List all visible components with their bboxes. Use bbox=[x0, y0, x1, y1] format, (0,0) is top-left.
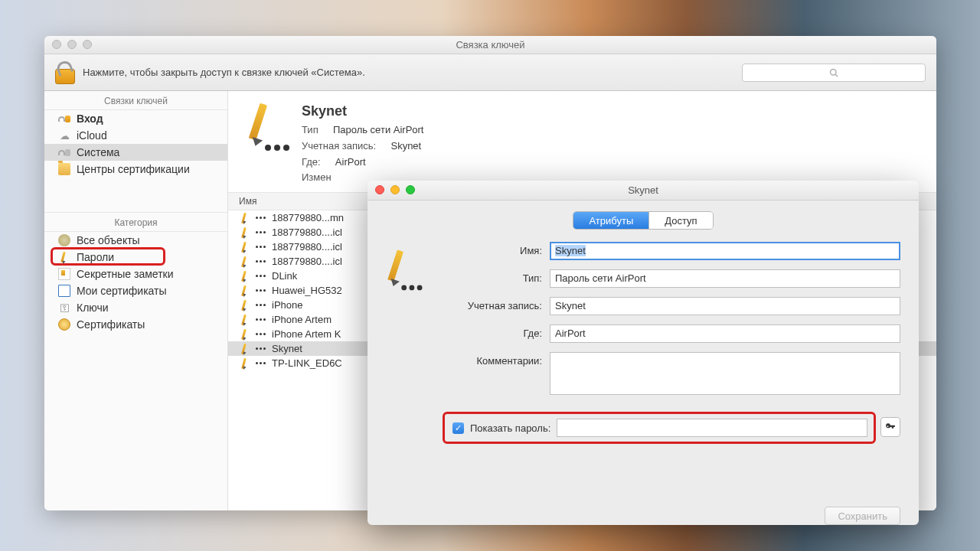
cloud-icon: ☁ bbox=[58, 129, 70, 142]
sidebar-item-label: Центры сертификации bbox=[77, 163, 190, 175]
lock-icon bbox=[58, 146, 70, 158]
key-icon: ⚿ bbox=[58, 302, 70, 314]
main-titlebar: Связка ключей bbox=[44, 36, 936, 54]
dialog-title: Skynet bbox=[628, 184, 658, 196]
sphere-icon bbox=[58, 234, 70, 246]
list-item-label: Huawei_HG532 bbox=[272, 285, 342, 296]
sidebar-category-Сертификаты[interactable]: Сертификаты bbox=[44, 316, 227, 333]
show-password-row: ✓ Показать пароль: bbox=[443, 412, 876, 444]
search-icon bbox=[829, 68, 838, 77]
item-properties-dialog: Skynet Атрибуты Доступ Имя: Skynet Тип: … bbox=[368, 181, 919, 525]
dialog-traffic-lights[interactable] bbox=[375, 185, 415, 194]
sidebar-category-Мои сертификаты[interactable]: Мои сертификаты bbox=[44, 282, 227, 299]
unlock-keychain-icon[interactable] bbox=[55, 61, 75, 84]
keychains-header: Связки ключей bbox=[44, 91, 227, 110]
pencil-icon bbox=[239, 344, 250, 354]
search-input[interactable] bbox=[742, 64, 926, 82]
item-detail-header: Skynet Тип Пароль сети AirPort Учетная з… bbox=[228, 91, 936, 193]
attributes-form: Имя: Skynet Тип: Пароль сети AirPort Уче… bbox=[443, 242, 900, 504]
name-field[interactable]: Skynet bbox=[550, 242, 900, 260]
pencil-icon bbox=[239, 213, 250, 223]
sidebar-category-Пароли[interactable]: Пароли bbox=[44, 249, 227, 266]
list-item-label: DLink bbox=[272, 270, 297, 282]
comments-field[interactable] bbox=[550, 352, 900, 395]
pencil-icon bbox=[239, 227, 250, 238]
sidebar-item-label: Пароли bbox=[77, 251, 114, 263]
close-dot[interactable] bbox=[52, 40, 61, 49]
sidebar-item-label: Все объекты bbox=[77, 234, 140, 246]
list-item-label: TP-LINK_ED6C bbox=[272, 357, 342, 369]
pencil-icon bbox=[239, 315, 250, 325]
svg-point-0 bbox=[831, 69, 837, 75]
zoom-icon[interactable] bbox=[406, 185, 415, 194]
sidebar-item-label: Мои сертификаты bbox=[77, 285, 167, 297]
sidebar-spacer bbox=[44, 178, 227, 213]
sidebar-item-label: Секретные заметки bbox=[77, 268, 174, 280]
item-name: Skynet bbox=[302, 103, 423, 119]
sidebar-keychain-cert-centers[interactable]: Центры сертификации bbox=[44, 161, 227, 178]
account-field[interactable]: Skynet bbox=[550, 297, 900, 315]
sidebar-keychain-login[interactable]: Вход bbox=[44, 110, 227, 127]
where-field[interactable]: AirPort bbox=[550, 324, 900, 343]
show-password-label: Показать пароль: bbox=[470, 422, 550, 434]
list-item-label: Skynet bbox=[272, 343, 302, 354]
pencil-icon bbox=[239, 256, 250, 267]
sidebar-category-Все объекты[interactable]: Все объекты bbox=[44, 232, 227, 249]
list-item-label: 188779880....icl bbox=[272, 241, 342, 253]
password-item-icon bbox=[245, 103, 288, 151]
sidebar-item-label: Ключи bbox=[77, 302, 109, 314]
sidebar-category-Секретные заметки[interactable]: Секретные заметки bbox=[44, 266, 227, 282]
tab-access[interactable]: Доступ bbox=[649, 212, 712, 229]
sidebar-keychain-icloud[interactable]: ☁ iCloud bbox=[44, 127, 227, 144]
close-icon[interactable] bbox=[375, 185, 384, 194]
folder-icon bbox=[58, 163, 70, 175]
lock-icon bbox=[58, 112, 70, 125]
pencil-icon bbox=[239, 329, 250, 340]
award-icon bbox=[58, 318, 70, 331]
sidebar-keychain-system[interactable]: Система bbox=[44, 144, 227, 161]
main-toolbar: Нажмите, чтобы закрыть доступ к связке к… bbox=[44, 54, 936, 91]
list-item-label: iPhone Artem K bbox=[272, 328, 341, 340]
where-label: Где: bbox=[443, 324, 542, 339]
list-item-label: iPhone bbox=[272, 299, 302, 311]
save-button[interactable]: Сохранить bbox=[825, 507, 900, 525]
pencil-icon bbox=[239, 300, 250, 311]
sidebar: Связки ключей Вход ☁ iCloud Система Цент… bbox=[44, 91, 228, 510]
minimize-icon[interactable] bbox=[390, 185, 400, 194]
password-assistant-button[interactable] bbox=[880, 417, 900, 437]
type-label: Тип: bbox=[443, 269, 542, 284]
list-item-label: 188779880....icl bbox=[272, 256, 342, 267]
comments-label: Комментарии: bbox=[443, 352, 542, 367]
toolbar-hint-text: Нажмите, чтобы закрыть доступ к связке к… bbox=[83, 67, 734, 78]
pencil-icon bbox=[239, 271, 250, 282]
sidebar-item-label: Вход bbox=[77, 112, 103, 125]
dialog-titlebar: Skynet bbox=[368, 181, 919, 201]
list-item-label: 188779880....icl bbox=[272, 227, 342, 238]
password-field[interactable] bbox=[557, 419, 867, 437]
tab-attributes[interactable]: Атрибуты bbox=[573, 212, 649, 229]
account-label: Учетная запись: bbox=[443, 297, 542, 311]
sidebar-item-label: Сертификаты bbox=[77, 318, 145, 331]
name-label: Имя: bbox=[443, 242, 542, 256]
show-password-checkbox[interactable]: ✓ bbox=[452, 422, 464, 434]
list-item-label: iPhone Artem bbox=[272, 314, 332, 325]
dialog-item-icon bbox=[381, 242, 435, 504]
sidebar-item-label: iCloud bbox=[77, 129, 107, 142]
main-traffic-lights[interactable] bbox=[52, 40, 92, 49]
pencil-icon bbox=[239, 242, 250, 253]
sidebar-item-label: Система bbox=[77, 146, 119, 158]
cert-icon bbox=[58, 285, 70, 297]
sidebar-category-Ключи[interactable]: ⚿Ключи bbox=[44, 299, 227, 316]
type-field[interactable]: Пароль сети AirPort bbox=[550, 269, 900, 288]
pencil-icon bbox=[239, 285, 250, 296]
main-window-title: Связка ключей bbox=[456, 39, 524, 51]
pencil-icon bbox=[58, 251, 70, 263]
category-header: Категория bbox=[44, 213, 227, 232]
pencil-icon bbox=[239, 358, 250, 369]
list-item-label: 188779880...mn bbox=[272, 212, 344, 223]
minimize-dot[interactable] bbox=[67, 40, 77, 49]
key-icon bbox=[885, 422, 896, 432]
tab-bar: Атрибуты Доступ bbox=[368, 201, 919, 236]
item-detail-info: Skynet Тип Пароль сети AirPort Учетная з… bbox=[302, 103, 423, 186]
zoom-dot[interactable] bbox=[83, 40, 92, 49]
